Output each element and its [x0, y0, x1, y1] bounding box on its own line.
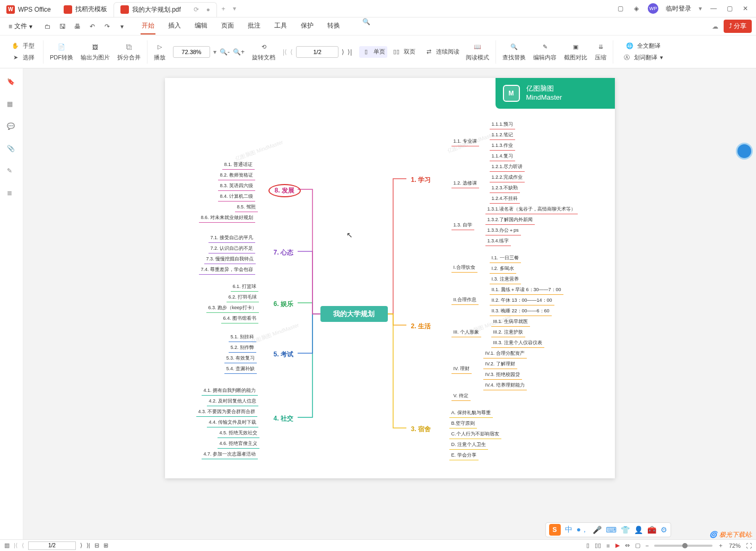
comment-icon[interactable]: 💬 [7, 123, 16, 132]
tab-menu-icon[interactable]: ▾ [233, 5, 236, 12]
menu-tab-insert[interactable]: 插入 [167, 18, 182, 34]
maximize-button[interactable]: ▢ [725, 4, 734, 13]
node: 4.3. 不要因为要合群而合群 [196, 408, 258, 417]
menu-tab-protect[interactable]: 保护 [300, 18, 315, 34]
zoom-in-icon[interactable]: 🔍+ [233, 48, 245, 56]
node: E. 学会分享 [449, 451, 479, 460]
ime-account-icon[interactable]: 👤 [634, 526, 643, 534]
menu-tab-page[interactable]: 页面 [220, 18, 235, 34]
bookmark-icon[interactable]: 🔖 [7, 78, 16, 88]
redo-icon[interactable]: ↷ [102, 22, 112, 31]
single-page-button[interactable]: ▯单页 [359, 46, 387, 58]
screenshot-compare-button[interactable]: ▣截图对比 [561, 41, 590, 63]
zoom-slider[interactable] [654, 545, 712, 547]
page-last-icon[interactable]: ⟩| [347, 48, 352, 56]
assistant-float-icon[interactable] [736, 143, 753, 160]
zoom-plus-icon[interactable]: ＋ [718, 541, 724, 549]
ime-bar[interactable]: S 中 ●， 🎤 ⌨ 👕 👤 🧰 ⚙ [545, 522, 671, 537]
ime-settings-icon[interactable]: ⚙ [661, 526, 667, 534]
zoom-out-icon[interactable]: 🔍- [220, 48, 230, 56]
node: 7.2. 认识自己的不足 [208, 244, 256, 253]
play-button[interactable]: ▷播放 [151, 41, 169, 63]
zoom-input[interactable] [173, 46, 210, 58]
cloud-icon[interactable]: ☁ [712, 23, 718, 30]
pdf-convert-button[interactable]: 📄PDF转换 [47, 41, 76, 63]
node: 7.4. 尊重差异，学会包容 [199, 266, 256, 275]
full-translate-button[interactable]: 🌐全文翻译 [623, 40, 663, 52]
zoom-dropdown-icon[interactable]: ▾ [213, 48, 216, 56]
close-button[interactable]: ✕ [741, 4, 750, 13]
menu-tab-annotate[interactable]: 批注 [247, 18, 262, 34]
new-tab-button[interactable]: ＋ [217, 4, 230, 13]
tab-template[interactable]: 找稻壳模板 [57, 2, 114, 17]
menu-tab-convert[interactable]: 转换 [326, 18, 341, 34]
rotate-button[interactable]: ⟲旋转文档 [249, 41, 279, 63]
save-icon[interactable]: 🖫 [58, 22, 67, 31]
minimize-button[interactable]: — [709, 4, 718, 13]
cube-icon[interactable]: ◈ [632, 4, 640, 13]
signature-icon[interactable]: ✎ [7, 167, 16, 177]
fullscreen-icon[interactable]: ⛶ [746, 543, 752, 549]
ime-shirt-icon[interactable]: 👕 [621, 526, 630, 534]
word-translate-button[interactable]: Ⓐ划词翻译▾ [620, 52, 665, 64]
status-prev-icon[interactable]: ⟨ [22, 542, 24, 549]
share-button[interactable]: ⤴ 分享 [724, 20, 752, 33]
open-icon[interactable]: 🗀 [43, 22, 53, 31]
box-icon[interactable]: ▢ [616, 4, 624, 13]
avatar[interactable]: WP [648, 3, 658, 14]
menu-tab-edit[interactable]: 编辑 [194, 18, 208, 34]
panel-toggle-icon[interactable]: ▥ [4, 542, 10, 549]
continuous-button[interactable]: ⇄连续阅读 [422, 46, 462, 58]
status-first-icon[interactable]: |⟨ [14, 542, 18, 549]
layers-icon[interactable]: ≣ [7, 189, 16, 199]
ime-punct-icon[interactable]: ●， [577, 525, 588, 535]
canvas[interactable]: M 亿图脑图 MindMaster 亿图脑图 MindMaster 亿图脑 [23, 68, 756, 539]
node: 5.2. 别作弊 [229, 344, 257, 353]
menu-tab-tool[interactable]: 工具 [273, 18, 288, 34]
view-continuous-icon[interactable]: ≡ [606, 543, 610, 549]
status-zoomout-icon[interactable]: ⊟ [94, 542, 99, 549]
ime-toolbox-icon[interactable]: 🧰 [647, 526, 656, 534]
tab-document[interactable]: 我的大学规划.pdf ⟳ ● [114, 2, 217, 17]
fit-width-icon[interactable]: ⇔ [625, 542, 630, 549]
file-menu[interactable]: ≡ 文件 ▾ [4, 20, 37, 33]
status-zoomin-icon[interactable]: ⊞ [103, 542, 108, 549]
export-image-button[interactable]: 🖼输出为图片 [77, 41, 113, 63]
page-next-icon[interactable]: ⟩ [342, 48, 344, 56]
print-icon[interactable]: 🖶 [73, 22, 82, 31]
login-dropdown-icon[interactable]: ▾ [699, 5, 702, 12]
node: 4.5. 拒绝无效社交 [218, 429, 260, 438]
login-label[interactable]: 临时登录 [666, 4, 691, 13]
view-single-icon[interactable]: ▯ [586, 542, 589, 549]
undo-icon[interactable]: ↶ [88, 22, 97, 31]
find-replace-button[interactable]: 🔍查找替换 [499, 41, 529, 63]
hand-tool[interactable]: ✋手型 [8, 40, 37, 52]
view-double-icon[interactable]: ▯▯ [595, 542, 601, 549]
compress-button[interactable]: ⇊压缩 [592, 41, 610, 63]
status-page-input[interactable] [28, 541, 76, 550]
menu-tab-start[interactable]: 开始 [141, 18, 155, 34]
rotate-icon: ⟲ [259, 42, 268, 52]
edit-content-button[interactable]: ✎编辑内容 [530, 41, 560, 63]
ime-mic-icon[interactable]: 🎤 [593, 526, 602, 534]
tab-refresh-icon[interactable]: ⟳ [194, 6, 199, 13]
zoom-minus-icon[interactable]: − [646, 543, 649, 549]
double-page-button[interactable]: ▯▯双页 [389, 46, 418, 58]
search-icon[interactable]: 🔍 [362, 18, 370, 34]
fit-page-icon[interactable]: ▢ [635, 542, 640, 549]
tab-home[interactable]: W WPS Office [0, 2, 57, 17]
select-tool[interactable]: ➤选择 [8, 52, 37, 64]
thumbnails-icon[interactable]: ▦ [7, 100, 16, 110]
page-first-icon[interactable]: |⟨ [283, 48, 287, 56]
split-merge-button[interactable]: ⿻拆分合并 [114, 41, 144, 63]
qat-dropdown-icon[interactable]: ▾ [117, 22, 127, 31]
ime-keyboard-icon[interactable]: ⌨ [606, 526, 616, 534]
status-last-icon[interactable]: ⟩| [86, 542, 90, 549]
play-icon[interactable]: ▶ [615, 542, 620, 549]
status-next-icon[interactable]: ⟩ [80, 542, 82, 549]
page-prev-icon[interactable]: ⟨ [290, 48, 293, 56]
reading-mode-button[interactable]: 📖阅读模式 [463, 41, 492, 63]
attachment-icon[interactable]: 📎 [7, 145, 16, 154]
page-input[interactable] [296, 46, 338, 58]
ime-lang[interactable]: 中 [565, 525, 572, 535]
